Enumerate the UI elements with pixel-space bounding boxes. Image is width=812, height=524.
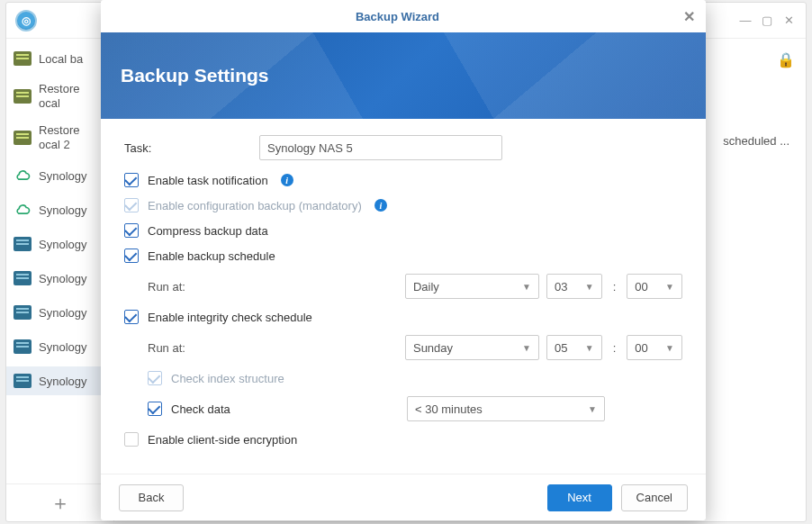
sidebar-item-label: Synology xyxy=(39,238,86,251)
bg-sidebar: Local ba Restore ocal Restore ocal 2 Syn… xyxy=(6,39,114,521)
integrity-run-at-label: Run at: xyxy=(148,341,398,355)
task-name-input[interactable] xyxy=(259,135,502,160)
enable-config-backup-checkbox xyxy=(124,198,139,212)
chevron-down-icon: ▼ xyxy=(585,282,594,292)
check-data-duration-select[interactable]: < 30 minutes▼ xyxy=(407,396,605,421)
dialog-title: Backup Wizard xyxy=(112,10,683,23)
sidebar-item-label: Synology xyxy=(39,375,86,388)
schedule-hour-select[interactable]: 03▼ xyxy=(546,274,602,299)
dialog-footer: Back Next Cancel xyxy=(101,474,706,520)
enable-schedule-label: Enable backup schedule xyxy=(148,249,275,263)
integrity-day-select[interactable]: Sunday▼ xyxy=(405,335,539,360)
sidebar-item-label: Synology xyxy=(39,340,86,354)
enable-notification-label: Enable task notification xyxy=(148,174,268,187)
dialog-close-button[interactable]: ✕ xyxy=(683,8,695,25)
run-at-label: Run at: xyxy=(148,280,398,294)
dialog-banner: Backup Settings xyxy=(101,32,706,119)
sidebar-item[interactable]: Synology xyxy=(6,264,113,293)
sidebar-item[interactable]: Local ba xyxy=(6,44,113,73)
sidebar-item[interactable]: Restore ocal 2 xyxy=(6,120,113,156)
sidebar-item[interactable]: Synology xyxy=(6,161,113,190)
sidebar-item-label: Local ba xyxy=(39,52,83,66)
sidebar-item[interactable]: Synology xyxy=(6,366,113,395)
bg-maximize-button[interactable]: ▢ xyxy=(759,13,775,29)
nas-icon xyxy=(14,374,32,388)
integrity-hour-select[interactable]: 05▼ xyxy=(546,335,602,360)
sidebar-item[interactable]: Synology xyxy=(6,332,113,361)
time-colon: : xyxy=(613,280,617,294)
bg-close-button[interactable]: ✕ xyxy=(780,13,797,29)
enable-integrity-checkbox[interactable] xyxy=(124,310,139,324)
cloud-icon xyxy=(14,203,32,217)
nas-icon xyxy=(14,305,32,320)
chevron-down-icon: ▼ xyxy=(522,282,531,292)
dialog-content: Task: Enable task notification i Enable … xyxy=(101,119,706,474)
time-colon: : xyxy=(613,341,617,355)
schedule-day-select[interactable]: Daily▼ xyxy=(405,274,539,299)
back-button[interactable]: Back xyxy=(119,484,184,511)
nas-icon xyxy=(14,237,32,251)
enable-config-backup-label: Enable configuration backup (mandatory) xyxy=(148,199,362,212)
integrity-minute-select[interactable]: 00▼ xyxy=(627,335,682,360)
sidebar-add-button[interactable]: ＋ xyxy=(6,483,113,521)
bg-minimize-button[interactable]: — xyxy=(737,13,753,29)
sidebar-item-label: Synology xyxy=(39,169,86,183)
app-logo-icon: ◎ xyxy=(15,10,37,32)
compress-checkbox[interactable] xyxy=(124,223,139,238)
enable-integrity-label: Enable integrity check schedule xyxy=(148,311,312,324)
chevron-down-icon: ▼ xyxy=(665,282,674,292)
task-label: Task: xyxy=(124,141,259,155)
sidebar-item-label: Synology xyxy=(39,272,86,285)
chevron-down-icon: ▼ xyxy=(665,343,674,353)
dialog-banner-title: Backup Settings xyxy=(121,65,269,86)
check-data-checkbox[interactable] xyxy=(148,402,162,416)
sidebar-list: Local ba Restore ocal Restore ocal 2 Syn… xyxy=(6,39,113,483)
sidebar-item-label: Restore ocal 2 xyxy=(39,123,80,153)
dialog-titlebar: Backup Wizard ✕ xyxy=(101,0,706,32)
encryption-label: Enable client-side encryption xyxy=(148,433,297,447)
backup-wizard-dialog: Backup Wizard ✕ Backup Settings Task: En… xyxy=(101,0,706,520)
info-icon[interactable]: i xyxy=(281,174,293,186)
sidebar-item-label: Restore ocal xyxy=(39,82,80,112)
sidebar-item-label: Synology xyxy=(39,306,86,320)
info-icon[interactable]: i xyxy=(374,199,387,212)
server-icon xyxy=(14,89,32,104)
enable-notification-checkbox[interactable] xyxy=(124,173,139,187)
sidebar-item[interactable]: Synology xyxy=(6,298,113,327)
sidebar-item[interactable]: Restore ocal xyxy=(6,78,113,114)
nas-icon xyxy=(14,271,32,285)
enable-schedule-checkbox[interactable] xyxy=(124,248,139,263)
chevron-down-icon: ▼ xyxy=(522,343,531,353)
sidebar-item-label: Synology xyxy=(39,203,86,217)
schedule-minute-select[interactable]: 00▼ xyxy=(627,274,682,299)
server-icon xyxy=(14,131,32,145)
server-icon xyxy=(14,51,32,66)
cancel-button[interactable]: Cancel xyxy=(621,484,688,511)
cloud-icon xyxy=(14,168,32,183)
chevron-down-icon: ▼ xyxy=(588,404,597,414)
encryption-checkbox[interactable] xyxy=(124,432,139,447)
check-index-checkbox xyxy=(148,371,162,385)
next-button[interactable]: Next xyxy=(547,484,612,511)
chevron-down-icon: ▼ xyxy=(585,343,594,353)
check-index-label: Check index structure xyxy=(171,372,284,385)
check-data-label: Check data xyxy=(171,402,230,416)
sidebar-item[interactable]: Synology xyxy=(6,230,113,258)
compress-label: Compress backup data xyxy=(148,224,268,238)
sidebar-item[interactable]: Synology xyxy=(6,195,113,224)
lock-user-icon[interactable]: 🔒 xyxy=(777,51,795,68)
nas-icon xyxy=(14,339,32,354)
